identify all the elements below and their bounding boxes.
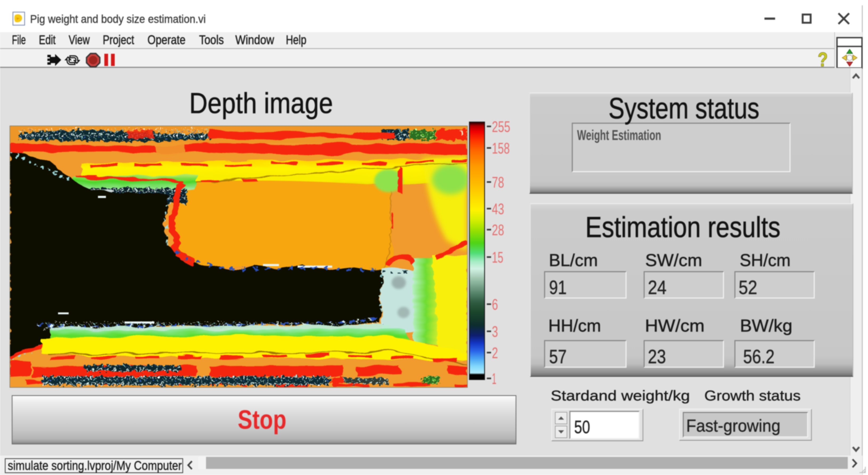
- svg-text:57: 57: [549, 346, 567, 367]
- svg-text:Estimation results: Estimation results: [585, 211, 780, 243]
- svg-text:?: ?: [818, 49, 828, 70]
- svg-text:Tools: Tools: [199, 33, 224, 47]
- svg-text:43: 43: [492, 200, 504, 217]
- svg-text:Stop: Stop: [238, 405, 286, 434]
- svg-text:SW/cm: SW/cm: [645, 251, 702, 270]
- svg-text:Window: Window: [235, 33, 274, 47]
- svg-text:Growth status: Growth status: [704, 387, 801, 404]
- svg-text:78: 78: [492, 173, 504, 191]
- svg-text:Project: Project: [103, 33, 134, 47]
- svg-text:255: 255: [492, 118, 510, 135]
- svg-text:23: 23: [648, 346, 666, 367]
- svg-text:BL/cm: BL/cm: [549, 251, 598, 270]
- svg-text:HW/cm: HW/cm: [645, 316, 705, 335]
- svg-text:52: 52: [739, 277, 757, 298]
- svg-text:File: File: [12, 33, 26, 47]
- svg-text:BW/kg: BW/kg: [740, 316, 793, 335]
- svg-text:158: 158: [492, 139, 510, 157]
- svg-text:System status: System status: [609, 92, 760, 125]
- svg-text:HH/cm: HH/cm: [548, 316, 601, 335]
- svg-text:View: View: [69, 33, 90, 47]
- svg-text:Weight Estimation: Weight Estimation: [577, 127, 661, 143]
- svg-text:Fast-growing: Fast-growing: [686, 416, 780, 435]
- svg-text:Pig weight and body size estim: Pig weight and body size estimation.vi: [30, 12, 206, 25]
- svg-text:Edit: Edit: [39, 33, 56, 47]
- svg-text:Operate: Operate: [148, 33, 186, 47]
- svg-text:6: 6: [492, 296, 498, 313]
- svg-text:3: 3: [492, 323, 498, 340]
- svg-text:50: 50: [574, 417, 590, 437]
- svg-text:SH/cm: SH/cm: [740, 251, 790, 270]
- svg-text:56.2: 56.2: [743, 346, 775, 367]
- svg-text:91: 91: [549, 277, 567, 298]
- svg-text:2: 2: [492, 344, 498, 361]
- svg-text:28: 28: [492, 221, 504, 239]
- svg-text:24: 24: [648, 277, 666, 298]
- svg-text:15: 15: [492, 249, 503, 266]
- svg-text:Help: Help: [286, 33, 306, 47]
- svg-text:simulate sorting.lvproj/My Com: simulate sorting.lvproj/My Computer: [8, 458, 182, 473]
- svg-text:1: 1: [492, 370, 496, 387]
- svg-text:Depth image: Depth image: [189, 87, 333, 119]
- svg-text:Stardand weight/kg: Stardand weight/kg: [551, 387, 690, 404]
